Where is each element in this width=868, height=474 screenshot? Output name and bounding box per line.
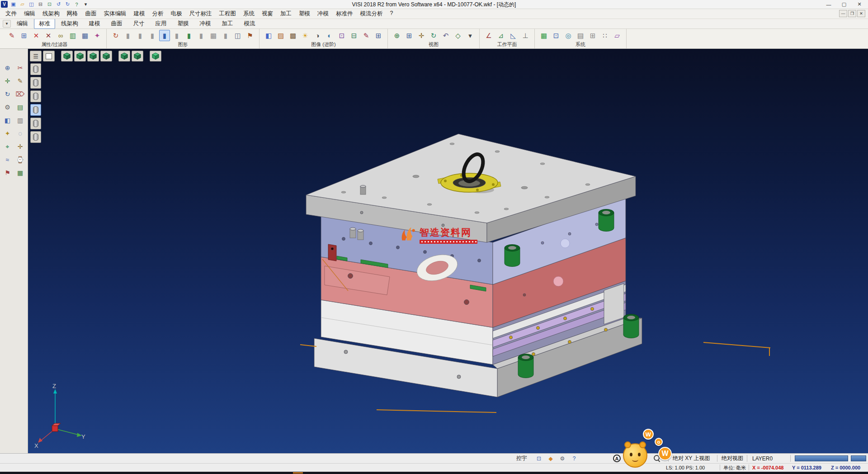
ribbon-tab[interactable]: 加工 <box>217 19 238 29</box>
menu-item[interactable]: 模流分析 <box>357 9 387 19</box>
filter-surfaces-icon[interactable] <box>30 77 41 89</box>
doc-info-icon[interactable]: ⊡ <box>534 455 543 463</box>
trim-icon[interactable]: ✂ <box>15 62 26 73</box>
view-left-icon[interactable] <box>132 51 143 62</box>
sheet-icon[interactable]: ▤ <box>15 102 26 113</box>
menu-item[interactable]: 电极 <box>167 9 186 19</box>
filter-delete-all-icon[interactable]: ✕ <box>43 30 54 41</box>
menu-item[interactable]: 分析 <box>149 9 167 19</box>
zoom-select-icon[interactable]: ⊕ <box>2 62 13 73</box>
color-palette-icon[interactable]: ▦ <box>538 30 549 41</box>
menu-item[interactable]: 曲面 <box>82 9 100 19</box>
menu-item[interactable]: 系统 <box>240 9 258 19</box>
maximize-button[interactable]: ▢ <box>836 0 852 9</box>
menu-item[interactable]: 标准件 <box>332 9 357 19</box>
report-table-icon[interactable]: ▤ <box>575 30 586 41</box>
multi-window-icon[interactable]: ◫ <box>232 30 243 41</box>
translucent-display-icon[interactable]: ▮ <box>171 30 182 41</box>
filter-edges-icon[interactable] <box>30 104 41 116</box>
view-list-icon[interactable]: ▾ <box>465 30 476 41</box>
workplane-3points-icon[interactable]: ⊿ <box>495 30 506 41</box>
menu-item[interactable]: 尺寸标注 <box>186 9 216 19</box>
shadows-icon[interactable]: ◑ <box>312 30 323 41</box>
view-menu-icon[interactable]: ☰ <box>30 51 42 62</box>
mold-assembly[interactable] <box>306 134 642 397</box>
rotate-view-icon[interactable]: ↻ <box>428 30 439 41</box>
quickbar-caret-icon[interactable]: ▾ <box>82 1 90 8</box>
mdi-close-icon[interactable]: ✕ <box>857 10 865 17</box>
settings-icon[interactable]: ⚙ <box>2 102 13 113</box>
curve-icon[interactable]: ≈ <box>2 154 13 165</box>
calculator-icon[interactable]: ∷ <box>599 30 610 41</box>
preview-icon[interactable]: ⊡ <box>46 1 53 8</box>
menu-item[interactable]: 文件 <box>2 9 20 19</box>
menu-item[interactable]: 网格 <box>63 9 82 19</box>
mesh-icon[interactable]: ▦ <box>15 167 26 178</box>
grid-settings-icon[interactable]: ⊞ <box>587 30 598 41</box>
textures-icon[interactable]: ▩ <box>288 30 298 41</box>
shaded-edges-display-icon[interactable]: ▮ <box>159 30 170 41</box>
background-icon[interactable]: ⊡ <box>336 30 347 41</box>
view-right-icon[interactable] <box>100 51 112 62</box>
ribbon-tab[interactable]: 编辑 <box>12 19 33 29</box>
menu-item[interactable]: 编辑 <box>20 9 39 19</box>
sparkle-icon[interactable]: ✦ <box>2 128 13 139</box>
menu-item[interactable]: 塑模 <box>295 9 314 19</box>
ribbon-tab[interactable]: 冲模 <box>195 19 216 29</box>
target-icon[interactable]: ⌖ <box>2 141 13 152</box>
rotate-icon[interactable]: ↻ <box>2 89 13 100</box>
reflections-icon[interactable]: ◐ <box>324 30 335 41</box>
menu-item[interactable]: ? <box>387 9 397 19</box>
section-display-icon[interactable]: ▮ <box>196 30 207 41</box>
view-blank-icon[interactable] <box>43 51 55 62</box>
display-settings-icon[interactable]: ⊡ <box>551 30 561 41</box>
menu-item[interactable]: 冲模 <box>314 9 332 19</box>
annotate-icon[interactable]: ✎ <box>361 30 372 41</box>
tabbar-dropdown-icon[interactable]: ▼ <box>3 20 11 28</box>
clip-plane-icon[interactable]: ⊟ <box>349 30 359 41</box>
filter-solids-icon[interactable] <box>30 63 41 75</box>
wireframe-display-icon[interactable]: ▮ <box>123 30 133 41</box>
menu-item[interactable]: 实体编辑 <box>100 9 130 19</box>
zoom-window-icon[interactable]: ⊞ <box>404 30 415 41</box>
filter-delete-icon[interactable]: ✕ <box>31 30 42 41</box>
ribbon-tab[interactable]: 标准 <box>34 19 55 29</box>
point-icon[interactable]: ✛ <box>2 76 13 86</box>
help-icon[interactable]: ? <box>73 1 80 8</box>
regen-display-icon[interactable]: ↻ <box>110 30 121 41</box>
ribbon-tab[interactable]: 线架构 <box>56 19 83 29</box>
workplane-standard-icon[interactable]: ∠ <box>483 30 494 41</box>
plugins-icon[interactable]: ▱ <box>612 30 623 41</box>
wow-mascot[interactable]: W o W <box>623 429 674 471</box>
filter-points-icon[interactable] <box>30 118 41 129</box>
pan-view-icon[interactable]: ✛ <box>416 30 427 41</box>
open-file-icon[interactable]: ▱ <box>19 1 26 8</box>
render-quality-icon[interactable]: ◧ <box>263 30 274 41</box>
language-icon[interactable]: ◎ <box>563 30 574 41</box>
save-icon[interactable]: ◫ <box>28 1 35 8</box>
capture-icon[interactable]: ⊞ <box>373 30 384 41</box>
ribbon-tab[interactable]: 应用 <box>151 19 172 29</box>
render-mode-icon[interactable]: ◆ <box>546 455 555 463</box>
print-icon[interactable]: ⊟ <box>37 1 44 8</box>
mdi-minimize-icon[interactable]: — <box>839 10 847 17</box>
menu-item[interactable]: 工程图 <box>216 9 240 19</box>
redo-icon[interactable]: ↻ <box>64 1 71 8</box>
assist-icon[interactable]: ? <box>570 455 579 463</box>
history-icon[interactable]: ⌚ <box>15 154 26 165</box>
view-orientation-label[interactable]: 绝对 XY 上视图 <box>673 454 710 463</box>
ribbon-tab[interactable]: 尺寸 <box>128 19 150 29</box>
ribbon-tab[interactable]: 建模 <box>84 19 105 29</box>
view-top-icon[interactable] <box>87 51 99 62</box>
view-shaded-cube-icon[interactable] <box>150 51 161 62</box>
workplane-on-face-icon[interactable]: ◺ <box>508 30 519 41</box>
ribbon-tab[interactable]: 模流 <box>239 19 260 29</box>
view-front-icon[interactable] <box>74 51 86 62</box>
filter-grid-icon[interactable]: ▦ <box>80 30 90 41</box>
flag-icon[interactable]: ⚑ <box>2 167 13 178</box>
previous-view-icon[interactable]: ↶ <box>440 30 451 41</box>
workplane-reset-icon[interactable]: ⊥ <box>520 30 531 41</box>
plate-icon[interactable]: ▥ <box>15 115 26 126</box>
minimize-button[interactable]: — <box>821 0 836 9</box>
filter-wireframe-icon[interactable] <box>30 90 41 102</box>
